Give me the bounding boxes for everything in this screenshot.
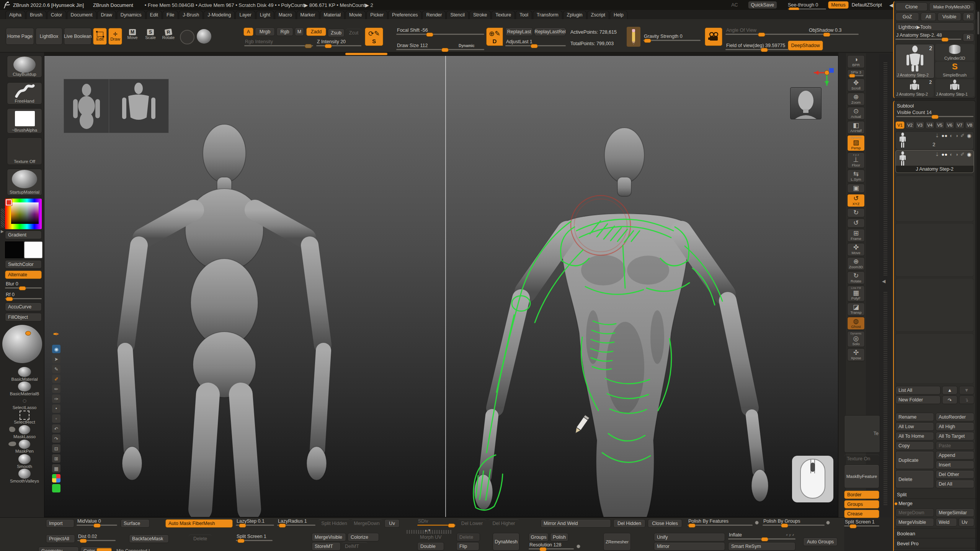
mergesimilar-button[interactable]: MergeSimilar xyxy=(936,509,974,517)
uv-button[interactable]: Uv xyxy=(959,518,974,527)
marker-tool-icon[interactable]: ✐ xyxy=(52,375,60,383)
mask-by-feature-button[interactable]: MaskByFeature xyxy=(844,465,879,488)
version-tab[interactable]: V5 xyxy=(935,121,944,129)
version-tab[interactable]: V3 xyxy=(915,121,924,129)
head-preview[interactable] xyxy=(790,87,822,119)
replay-last-rel-button[interactable]: ReplayLastRel xyxy=(534,28,566,36)
brush-thumbnail-freehand[interactable]: FreeHand xyxy=(7,82,42,104)
zsub-button[interactable]: Zsub xyxy=(328,29,345,37)
subtool-row[interactable]: ⇣ ●● ◐ ◑ ✐ ◉ 2 xyxy=(895,131,974,150)
eraser-tool-icon[interactable]: ✑ xyxy=(52,395,60,403)
move-out-folder-button[interactable]: ↴ xyxy=(959,396,974,404)
version-tab[interactable]: V2 xyxy=(905,121,915,129)
menu-item[interactable]: Movie xyxy=(345,11,366,19)
palette-icon[interactable] xyxy=(52,474,60,483)
midvalue-slider[interactable]: MidValue 0 xyxy=(77,518,117,526)
append-button[interactable]: Append xyxy=(936,451,974,460)
current-tool-thumbnail[interactable]: 2 J Anatomy Step-2 xyxy=(895,44,934,78)
brush-thumbnail-claybuildup[interactable]: ClayBuildup xyxy=(7,55,42,78)
brush-item-maskpen[interactable]: MaskPen xyxy=(7,440,42,454)
menu-item[interactable]: Draw xyxy=(97,11,116,19)
delete-button-b[interactable]: Delete xyxy=(189,535,212,543)
menu-item[interactable]: Brush xyxy=(26,11,46,19)
camera-button[interactable] xyxy=(705,28,722,46)
menu-item[interactable]: Picker xyxy=(366,11,387,19)
m-button[interactable]: M xyxy=(295,28,304,36)
make-polymesh3d-button[interactable]: Make PolyMesh3D xyxy=(929,3,974,11)
gradient-button[interactable]: Gradient xyxy=(5,231,42,239)
scale-mode-button[interactable]: S Scale xyxy=(142,29,158,40)
visible-count-slider[interactable]: Visible Count 14 xyxy=(896,110,973,117)
home-page-button[interactable]: Home Page xyxy=(6,28,34,45)
focal-shift-slider[interactable]: Focal Shift -56 xyxy=(396,28,484,35)
color-swatch-orange[interactable] xyxy=(96,548,112,551)
menu-item[interactable]: Document xyxy=(67,11,96,19)
gravity-strength-slider[interactable]: Gravity Strength 0 xyxy=(643,34,701,41)
shelf-button-persp[interactable]: Dynamic ▨ Persp xyxy=(847,135,865,151)
border-button[interactable]: Border xyxy=(844,491,879,499)
mergedown-button-b[interactable]: MergeDown xyxy=(351,519,382,528)
shelf-button-bpr[interactable]: ◑ BPR xyxy=(847,55,865,68)
sdiv-slider[interactable]: SDiv xyxy=(417,518,456,526)
polish-button[interactable]: Polish xyxy=(550,533,568,541)
shelf-button-xpose[interactable]: ✣ Xpose xyxy=(847,348,865,361)
subtool-row-selected[interactable]: ⇣ ●● ◐ ◑ ✐ ◉ J Anatomy Step-2 xyxy=(895,150,974,173)
shelf-button-lock[interactable]: ▣ xyxy=(847,184,865,193)
quill-tool-icon[interactable]: ✒ xyxy=(53,329,59,339)
menu-item[interactable]: J-Brush xyxy=(179,11,203,19)
import-button[interactable]: Import xyxy=(46,519,74,528)
shelf-button-move[interactable]: ✜ Move xyxy=(847,243,865,256)
shelf-button-spin-r[interactable]: ↻ xyxy=(847,208,865,217)
move-down-button[interactable]: ▼ xyxy=(959,386,974,395)
menu-item[interactable]: Help xyxy=(610,11,627,19)
groups-button-b[interactable]: Groups xyxy=(529,533,549,541)
menu-item[interactable]: Macro xyxy=(275,11,296,19)
resolution-dot[interactable] xyxy=(577,544,580,548)
collapse-arrow-icon[interactable]: ⇣ xyxy=(935,152,939,157)
tool-name-slider[interactable]: J Anatomy Step-2. 48 xyxy=(895,33,961,40)
zadd-button[interactable]: Zadd xyxy=(306,28,326,36)
version-tab[interactable]: V6 xyxy=(945,121,954,129)
panel-divider[interactable]: ◀ xyxy=(879,54,892,517)
polish-by-groups-slider[interactable]: Polish By Groups xyxy=(763,518,825,526)
small-dot-tool-icon[interactable]: ◦ xyxy=(52,414,60,423)
menus-toggle[interactable]: Menus xyxy=(828,1,849,9)
lightbox-tools-button[interactable]: Lightbox▶Tools xyxy=(895,23,974,31)
version-tab[interactable]: V4 xyxy=(925,121,934,129)
visible-button[interactable]: Visible xyxy=(938,13,961,21)
surface-button[interactable]: Surface xyxy=(121,519,150,528)
texture-off-thumbnail[interactable]: Texture Off xyxy=(7,137,42,165)
brush-item-masklasso[interactable]: MaskLasso xyxy=(7,425,42,439)
material-swatch[interactable] xyxy=(197,29,211,44)
live-boolean-button[interactable]: Live Boolean xyxy=(64,28,91,45)
texture-on-button[interactable]: Texture On xyxy=(844,455,879,463)
del-hidden-button[interactable]: Del Hidden xyxy=(613,519,645,528)
blur-slider[interactable]: Blur 0 xyxy=(5,281,42,289)
crease-button[interactable]: Crease xyxy=(844,510,879,518)
paint-brush-icon[interactable]: ✐ xyxy=(960,152,965,157)
tray-grip[interactable] xyxy=(1,209,5,228)
alternate-button[interactable]: Alternate xyxy=(5,271,42,279)
tray-collapse-arrow[interactable]: ▶ xyxy=(1,229,4,233)
collapse-panel-arrow[interactable]: ◀ xyxy=(882,279,885,284)
new-folder-button[interactable]: New Folder xyxy=(895,396,941,404)
default-zscript-button[interactable]: DefaultZScript xyxy=(852,2,882,8)
double-button[interactable]: Double xyxy=(417,542,444,551)
smart-resym-button[interactable]: Smart ReSym xyxy=(728,542,795,551)
green-swatch-icon[interactable] xyxy=(52,484,60,492)
tool-item-simplebrush[interactable]: S SimpleBrush xyxy=(935,62,974,78)
dynamic-label[interactable]: Dynamic xyxy=(459,44,475,48)
lazyradius-slider[interactable]: LazyRadius 1 xyxy=(277,518,315,526)
main-color-swatch[interactable] xyxy=(5,241,24,258)
replay-last-button[interactable]: ReplayLast xyxy=(505,28,533,36)
stroke-panel-button[interactable]: ⟳✎S xyxy=(365,28,383,46)
lightbox-button[interactable]: LightBox xyxy=(36,28,62,45)
delete-button[interactable]: Delete xyxy=(895,470,934,488)
rf-slider[interactable]: Rf 0 xyxy=(5,292,42,299)
inflate-slider[interactable]: Inflatex y z xyxy=(728,532,795,540)
trash-icon[interactable]: ⊟ xyxy=(52,444,60,453)
visibility-eye-icon[interactable]: ◉ xyxy=(967,133,971,139)
menu-item[interactable]: Stroke xyxy=(469,11,491,19)
channel-a-button[interactable]: A xyxy=(243,28,253,36)
del-all-button[interactable]: Del All xyxy=(936,480,974,488)
